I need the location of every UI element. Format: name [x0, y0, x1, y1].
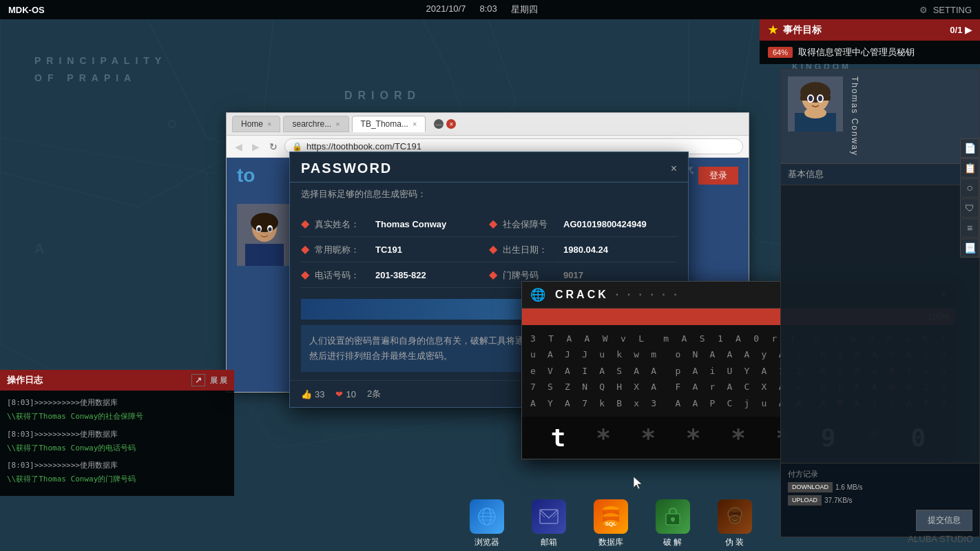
- panel-icon-shield[interactable]: 🛡: [960, 198, 979, 218]
- profile-name-vertical: Thomas Conway: [850, 76, 859, 156]
- pwd-fields-grid: ◆ 真实姓名： Thomas Conway ◆ 社会保障号 AG01019800…: [290, 206, 688, 293]
- profile-panel: Thomas Conway 基本信息 📄 📋 ○ 🛡 ≡ 📃 付方记录 DOWN…: [780, 69, 980, 537]
- panel-icon-list[interactable]: ≡: [960, 218, 979, 238]
- tab-profile-close[interactable]: ×: [413, 120, 417, 128]
- browser-tab-home[interactable]: Home ×: [232, 116, 280, 132]
- profile-section-title: 基本信息: [781, 164, 979, 185]
- topbar-day: 星期四: [511, 3, 538, 16]
- pwd-label-dob: 出生日期：: [503, 244, 558, 256]
- dislike-button[interactable]: ❤ 10: [335, 389, 355, 399]
- crack-result-star2: *: [640, 424, 656, 452]
- taskbar-crack[interactable]: 破 解: [649, 499, 697, 548]
- operation-log: 操作日志 ↗ 展 展 [8:03]>>>>>>>>>>使用数据库 \\获得了Th…: [0, 370, 234, 496]
- pwd-value-name: Thomas Conway: [375, 219, 446, 229]
- tab-home-label: Home: [241, 119, 263, 129]
- crack-result-t: t: [551, 424, 566, 452]
- studio-label: ALUBA STUDIO: [908, 534, 973, 544]
- browser-tab-search[interactable]: searchre... ×: [283, 116, 348, 132]
- nav-back[interactable]: ◀: [232, 140, 245, 154]
- svg-point-17: [818, 96, 822, 101]
- panel-icon-circle[interactable]: ○: [960, 178, 979, 198]
- panel-icon-doc2[interactable]: 📋: [960, 158, 979, 178]
- window-controls: — ×: [434, 119, 456, 129]
- topbar: MDK-OS 2021/10/7 8:03 星期四 ⚙ SETTING: [0, 0, 980, 19]
- disguise-icon: [718, 499, 752, 534]
- pwd-dot-6: ◆: [489, 268, 497, 281]
- pwd-field-dob: ◆ 出生日期： 1980.04.24: [489, 237, 677, 262]
- url-text: https://toothbook.com/TC191: [306, 141, 421, 152]
- star-icon: ★: [768, 23, 778, 37]
- browser-titlebar: Home × searchre... × TB_Thoma... × — ×: [227, 113, 749, 136]
- svg-point-19: [804, 107, 826, 118]
- topbar-time: 8:03: [479, 3, 497, 16]
- op-log-entry-2: [8:03]>>>>>>>>>>使用数据库 \\获得了Thomas Conway…: [7, 428, 227, 455]
- taskbar-mail[interactable]: 邮箱: [525, 499, 573, 548]
- svg-point-7: [169, 121, 176, 127]
- tab-search-label: searchre...: [292, 119, 331, 129]
- event-count[interactable]: 0/1 ▶: [950, 25, 972, 35]
- like-icon: 👍: [301, 389, 312, 399]
- nav-forward[interactable]: ▶: [249, 140, 262, 154]
- crack-label: 破 解: [663, 537, 682, 548]
- event-description: 取得信息管理中心管理员秘钥: [798, 46, 915, 59]
- window-minimize[interactable]: —: [434, 119, 444, 129]
- pwd-value-phone: 201-385-822: [375, 270, 426, 280]
- dislike-icon: ❤: [335, 389, 343, 399]
- download-label: DOWNLOAD: [788, 482, 833, 492]
- op-log-entry-1: [8:03]>>>>>>>>>>使用数据库 \\获得了Thomas Conway…: [7, 396, 227, 424]
- tab-home-close[interactable]: ×: [267, 120, 271, 128]
- svg-point-22: [251, 213, 278, 232]
- pwd-label-phone: 电话号码：: [315, 269, 370, 282]
- event-title: 事件目标: [783, 24, 822, 37]
- db-label: 数据库: [598, 537, 623, 548]
- taskbar-db[interactable]: SQL 数据库: [587, 499, 635, 548]
- browser-tab-profile[interactable]: TB_Thoma... ×: [352, 116, 426, 132]
- tab-search-close[interactable]: ×: [335, 120, 340, 128]
- event-panel: ★ 事件目标 0/1 ▶ 64% 取得信息管理中心管理员秘钥: [760, 19, 980, 64]
- browser-label: 浏览器: [475, 537, 499, 548]
- pwd-value-nickname: TC191: [375, 245, 402, 255]
- pwd-label-nickname: 常用昵称：: [315, 244, 370, 256]
- pwd-dot-4: ◆: [489, 242, 497, 256]
- payment-label: 付方记录: [788, 469, 972, 479]
- op-log-text-1b: \\获得了Thomas Conway的社会保障号: [7, 410, 227, 424]
- svg-text:SQL: SQL: [605, 521, 616, 527]
- taskbar-browser[interactable]: 浏览器: [463, 499, 511, 548]
- panel-icon-doc1[interactable]: 📄: [960, 138, 979, 158]
- pwd-dot-3: ◆: [301, 242, 309, 256]
- op-log-text-2b: \\获得了Thomas Conway的电话号码: [7, 441, 227, 455]
- like-button[interactable]: 👍 33: [301, 389, 324, 399]
- pwd-field-name: ◆ 真实姓名： Thomas Conway: [301, 211, 489, 237]
- dislike-count: 10: [346, 389, 355, 399]
- topbar-settings[interactable]: ⚙ SETTING: [919, 5, 972, 15]
- pwd-label-door: 门牌号码: [503, 269, 558, 282]
- op-log-expand-button[interactable]: ↗ 展 展: [191, 375, 227, 386]
- tb-logo: to: [237, 165, 255, 187]
- pwd-label-ssn: 社会保障号: [503, 218, 558, 231]
- svg-point-26: [269, 227, 272, 231]
- profile-avatar: [788, 76, 843, 132]
- svg-point-16: [809, 96, 813, 101]
- op-log-text-3a: [8:03]>>>>>>>>>>使用数据库: [7, 459, 227, 472]
- pwd-field-ssn: ◆ 社会保障号 AG01019800424949: [489, 211, 677, 237]
- crack-result-star1: *: [596, 424, 611, 452]
- pwd-subtitle: 选择目标足够的信息生成密码：: [290, 183, 688, 206]
- pwd-dot-2: ◆: [489, 217, 497, 230]
- pwd-value-ssn: AG01019800424949: [563, 219, 647, 229]
- mail-label: 邮箱: [541, 537, 557, 548]
- nav-refresh[interactable]: ↻: [267, 140, 280, 154]
- taskbar-disguise[interactable]: 伪 装: [711, 499, 759, 548]
- panel-icon-doc3[interactable]: 📃: [960, 238, 979, 258]
- pwd-close-button[interactable]: ×: [671, 163, 677, 175]
- pwd-field-phone: ◆ 电话号码： 201-385-822: [301, 262, 489, 288]
- svg-rect-27: [245, 244, 284, 266]
- like-count: 33: [315, 389, 324, 399]
- comment-count: 2条: [367, 388, 381, 400]
- window-close[interactable]: ×: [446, 119, 456, 129]
- profile-card-image: [237, 204, 292, 266]
- op-log-text-3b: \\获得了Thomas Conway的门牌号码: [7, 472, 227, 486]
- crack-result-star3: *: [686, 424, 701, 452]
- event-progress: 64%: [768, 47, 793, 58]
- mail-icon: [532, 499, 566, 534]
- login-button[interactable]: 登录: [698, 167, 738, 185]
